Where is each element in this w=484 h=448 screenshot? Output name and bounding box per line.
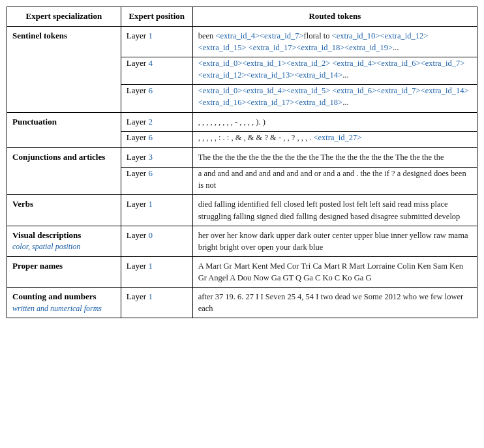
row-label-2: Conjunctions and articles xyxy=(12,151,115,164)
pos-cell-3-0: Layer 1 xyxy=(121,195,192,226)
pos-cell-1-0: Layer 2 xyxy=(121,112,192,132)
spec-cell-4: Visual descriptionscolor, spatial positi… xyxy=(7,226,121,256)
pos-cell-0-2: Layer 6 xyxy=(121,85,192,112)
tok-cell-4-0: her over her know dark upper dark outer … xyxy=(192,226,477,256)
pos-cell-2-1: Layer 6 xyxy=(121,168,192,195)
main-table: Expert specialization Expert position Ro… xyxy=(7,7,477,318)
pos-cell-6-0: Layer 1 xyxy=(121,288,192,318)
header-tokens: Routed tokens xyxy=(192,7,477,27)
pos-cell-5-0: Layer 1 xyxy=(121,256,192,287)
pos-cell-0-0: Layer 1 xyxy=(121,26,192,57)
tok-cell-0-1: <extra_id_0><extra_id_1><extra_id_2> <ex… xyxy=(192,57,477,85)
spec-cell-3: Verbs xyxy=(7,195,121,226)
row-label-0: Sentinel tokens xyxy=(12,30,115,42)
tok-cell-3-0: died falling identified fell closed left… xyxy=(192,195,477,226)
tok-cell-0-0: been <extra_id_4><extra_id_7>floral to <… xyxy=(192,26,477,57)
pos-cell-2-0: Layer 3 xyxy=(121,148,192,168)
row-label-3: Verbs xyxy=(12,198,115,211)
spec-cell-5: Proper names xyxy=(7,256,121,287)
pos-cell-0-1: Layer 4 xyxy=(121,57,192,85)
spec-cell-6: Counting and numberswritten and numerica… xyxy=(7,288,121,318)
row-label-5: Proper names xyxy=(12,260,115,273)
header-specialization: Expert specialization xyxy=(7,7,121,27)
tok-cell-2-0: The the the the the the the the the the … xyxy=(192,148,477,168)
pos-cell-4-0: Layer 0 xyxy=(121,226,192,256)
spec-cell-1: Punctuation xyxy=(7,112,121,148)
row-label-4: Visual descriptions xyxy=(12,230,115,242)
spec-cell-0: Sentinel tokens xyxy=(7,26,121,112)
tok-cell-1-1: , , , , , : . : , & , & & ? & - , , ? , … xyxy=(192,132,477,148)
header-position: Expert position xyxy=(121,7,192,27)
row-label-6: Counting and numbers xyxy=(12,291,115,303)
tok-cell-2-1: a and and and and and and and and or and… xyxy=(192,168,477,195)
tok-cell-0-2: <extra_id_0><extra_id_4><extra_id_5> <ex… xyxy=(192,85,477,112)
row-label-1: Punctuation xyxy=(12,116,115,128)
tok-cell-6-0: after 37 19. 6. 27 I I Seven 25 4, 54 I … xyxy=(192,288,477,318)
spec-cell-2: Conjunctions and articles xyxy=(7,148,121,195)
tok-cell-5-0: A Mart Gr Mart Kent Med Cor Tri Ca Mart … xyxy=(192,256,477,287)
pos-cell-1-1: Layer 6 xyxy=(121,132,192,148)
tok-cell-1-0: , , , , , , , , , - , , , , ). ) xyxy=(192,112,477,132)
row-sublabel-4: color, spatial position xyxy=(12,241,115,252)
row-sublabel-6: written and numerical forms xyxy=(12,303,115,314)
